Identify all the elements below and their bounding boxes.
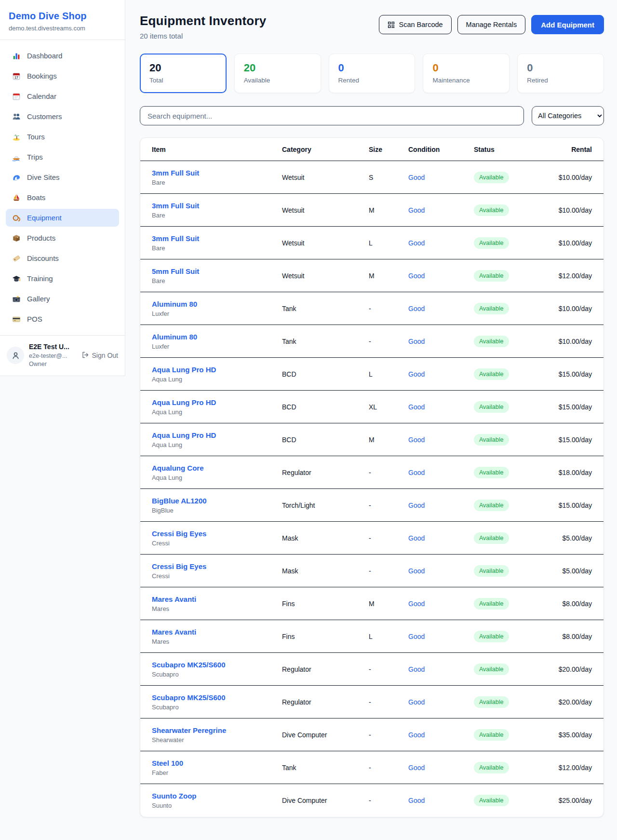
status-badge: Available xyxy=(474,270,509,282)
camera-icon xyxy=(12,294,21,303)
item-condition-link[interactable]: Good xyxy=(408,600,474,608)
graduation-cap-icon xyxy=(12,274,21,283)
stat-value: 20 xyxy=(244,62,311,74)
table-row: Aqua Lung Pro HDAqua LungBCDXLGoodAvaila… xyxy=(140,391,604,423)
item-brand: Scubapro xyxy=(152,671,282,678)
item-condition-link[interactable]: Good xyxy=(408,764,474,772)
item-name-link[interactable]: Mares Avanti xyxy=(152,595,282,603)
item-condition-link[interactable]: Good xyxy=(408,534,474,542)
sidebar-item-customers[interactable]: Customers xyxy=(6,108,119,125)
item-category: Wetsuit xyxy=(282,239,369,247)
item-condition-link[interactable]: Good xyxy=(408,501,474,509)
item-condition-link[interactable]: Good xyxy=(408,567,474,575)
item-condition-link[interactable]: Good xyxy=(408,469,474,476)
item-category: Regulator xyxy=(282,469,369,476)
item-name-link[interactable]: Aqua Lung Pro HD xyxy=(152,431,282,439)
item-condition-link[interactable]: Good xyxy=(408,797,474,804)
item-name-link[interactable]: Aqua Lung Pro HD xyxy=(152,366,282,374)
item-name-link[interactable]: 3mm Full Suit xyxy=(152,234,282,243)
item-name-link[interactable]: Mares Avanti xyxy=(152,628,282,636)
sidebar-item-discounts[interactable]: Discounts xyxy=(6,249,119,267)
item-condition-link[interactable]: Good xyxy=(408,698,474,706)
item-name-link[interactable]: 3mm Full Suit xyxy=(152,202,282,210)
status-badge: Available xyxy=(474,368,509,380)
item-cell: Suunto ZoopSuunto xyxy=(152,792,282,809)
stat-card-maintenance[interactable]: 0Maintenance xyxy=(423,54,510,93)
item-brand: Bare xyxy=(152,212,282,219)
item-name-link[interactable]: Scubapro MK25/S600 xyxy=(152,693,282,702)
sign-out-button[interactable]: Sign Out xyxy=(81,351,118,360)
table-row: Scubapro MK25/S600ScubaproRegulator-Good… xyxy=(140,686,604,718)
item-condition-link[interactable]: Good xyxy=(408,436,474,444)
item-name-link[interactable]: Shearwater Peregrine xyxy=(152,726,282,734)
item-name-link[interactable]: Cressi Big Eyes xyxy=(152,529,282,538)
scan-barcode-button[interactable]: Scan Barcode xyxy=(379,15,451,34)
item-condition-link[interactable]: Good xyxy=(408,305,474,312)
item-condition-link[interactable]: Good xyxy=(408,239,474,247)
sidebar-item-dive-sites[interactable]: Dive Sites xyxy=(6,168,119,186)
item-category: Tank xyxy=(282,305,369,312)
item-cell: Steel 100Faber xyxy=(152,759,282,776)
item-status-cell: Available xyxy=(474,762,556,773)
item-status-cell: Available xyxy=(474,664,556,675)
scan-barcode-label: Scan Barcode xyxy=(399,21,443,28)
brand-name[interactable]: Demo Dive Shop xyxy=(9,11,116,22)
stat-card-total[interactable]: 20Total xyxy=(140,54,227,93)
item-condition-link[interactable]: Good xyxy=(408,403,474,411)
sidebar-item-label: Discounts xyxy=(27,254,59,262)
sidebar-item-pos[interactable]: POS xyxy=(6,310,119,328)
category-select[interactable]: All Categories xyxy=(532,106,604,125)
search-input[interactable] xyxy=(140,106,524,125)
item-condition-link[interactable]: Good xyxy=(408,633,474,640)
sidebar-item-trips[interactable]: Trips xyxy=(6,148,119,166)
item-name-link[interactable]: Aqualung Core xyxy=(152,464,282,472)
add-equipment-button[interactable]: Add Equipment xyxy=(531,15,604,34)
item-cell: Aluminum 80Luxfer xyxy=(152,300,282,317)
item-name-link[interactable]: Cressi Big Eyes xyxy=(152,562,282,570)
stat-card-available[interactable]: 20Available xyxy=(234,54,321,93)
sidebar-item-training[interactable]: Training xyxy=(6,270,119,287)
item-name-link[interactable]: BigBlue AL1200 xyxy=(152,497,282,505)
item-name-link[interactable]: 5mm Full Suit xyxy=(152,267,282,275)
item-name-link[interactable]: Aqua Lung Pro HD xyxy=(152,398,282,406)
item-name-link[interactable]: Steel 100 xyxy=(152,759,282,767)
table-row: Aluminum 80LuxferTank-GoodAvailable$10.0… xyxy=(140,292,604,325)
sidebar-item-equipment[interactable]: Equipment xyxy=(6,209,119,227)
item-category: Torch/Light xyxy=(282,501,369,509)
item-condition-link[interactable]: Good xyxy=(408,174,474,181)
sidebar-item-tours[interactable]: Tours xyxy=(6,128,119,146)
qr-code-icon xyxy=(388,21,395,28)
sidebar-item-products[interactable]: Products xyxy=(6,229,119,247)
item-category: Mask xyxy=(282,534,369,542)
status-badge: Available xyxy=(474,467,509,478)
sidebar-item-gallery[interactable]: Gallery xyxy=(6,290,119,308)
item-name-link[interactable]: Aluminum 80 xyxy=(152,300,282,308)
sidebar-item-boats[interactable]: Boats xyxy=(6,189,119,206)
item-name-link[interactable]: 3mm Full Suit xyxy=(152,169,282,177)
sidebar-item-bookings[interactable]: 17Bookings xyxy=(6,67,119,85)
stat-card-retired[interactable]: 0Retired xyxy=(517,54,604,93)
item-size: - xyxy=(369,338,408,345)
item-condition-link[interactable]: Good xyxy=(408,206,474,214)
item-name-link[interactable]: Suunto Zoop xyxy=(152,792,282,800)
item-condition-link[interactable]: Good xyxy=(408,665,474,673)
item-condition-link[interactable]: Good xyxy=(408,370,474,378)
sidebar-item-dashboard[interactable]: Dashboard xyxy=(6,47,119,65)
item-name-link[interactable]: Scubapro MK25/S600 xyxy=(152,661,282,669)
item-rental-rate: $15.00/day xyxy=(556,436,592,444)
brand-header: Demo Dive Shop demo.test.divestreams.com xyxy=(0,0,125,40)
sidebar-item-calendar[interactable]: Calendar xyxy=(6,87,119,105)
manage-rentals-button[interactable]: Manage Rentals xyxy=(457,15,526,34)
item-name-link[interactable]: Aluminum 80 xyxy=(152,333,282,341)
item-condition-link[interactable]: Good xyxy=(408,731,474,739)
item-brand: Aqua Lung xyxy=(152,408,282,416)
table-row: Scubapro MK25/S600ScubaproRegulator-Good… xyxy=(140,653,604,686)
item-rental-rate: $18.00/day xyxy=(556,469,592,476)
item-cell: BigBlue AL1200BigBlue xyxy=(152,497,282,514)
stat-card-rented[interactable]: 0Rented xyxy=(329,54,416,93)
item-category: Dive Computer xyxy=(282,797,369,804)
table-row: Cressi Big EyesCressiMask-GoodAvailable$… xyxy=(140,555,604,587)
item-condition-link[interactable]: Good xyxy=(408,338,474,345)
item-condition-link[interactable]: Good xyxy=(408,272,474,280)
item-cell: Aqua Lung Pro HDAqua Lung xyxy=(152,398,282,416)
